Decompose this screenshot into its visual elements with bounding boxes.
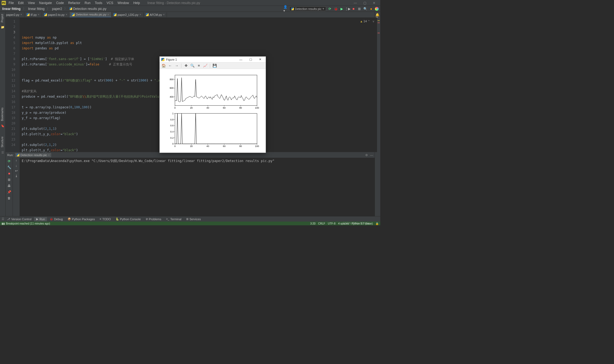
menu-code[interactable]: Code <box>54 1 65 5</box>
debug-button[interactable]: 🐞 <box>334 7 338 11</box>
menu-edit[interactable]: Edit <box>16 1 25 5</box>
menu-refactor[interactable]: Refactor <box>67 1 82 5</box>
close-icon[interactable]: × <box>140 13 141 16</box>
stop-button[interactable]: ■ <box>7 171 12 176</box>
editor-tab[interactable]: Detection results pic.py× <box>70 12 111 17</box>
back-icon[interactable]: ← <box>167 63 173 68</box>
bookmarks-tab[interactable]: Bookmarks <box>0 105 5 123</box>
trash-button[interactable]: 🗑 <box>7 196 12 201</box>
menu-tools[interactable]: Tools <box>93 1 104 5</box>
titlebar: PC File Edit View Navigate Code Refactor… <box>0 0 380 6</box>
pin-button[interactable]: 📌 <box>7 190 12 194</box>
breadcrumb-file[interactable]: Detection results pic.py <box>69 7 107 11</box>
bottom-tool-tabs: ☰ ⎇Version Control▶Run🐞Debug📦Python Pack… <box>0 216 380 222</box>
svg-text:100: 100 <box>255 106 259 109</box>
bookmark-icon[interactable]: 🔖 <box>1 124 5 128</box>
matplotlib-figure-window[interactable]: Figure 1 — ▢ ✕ 🏠 ← → ✥ 🔍 ≡ 📈 💾 400600800… <box>159 56 266 153</box>
bottom-tab[interactable]: ⊘Problems <box>144 217 163 221</box>
run-button[interactable]: ⟳ <box>328 7 332 11</box>
close-icon[interactable]: × <box>38 13 39 16</box>
close-button[interactable]: ✕ <box>256 58 264 61</box>
close-icon[interactable]: × <box>66 13 67 16</box>
bottom-tab[interactable]: 📦Python Packages <box>65 217 97 221</box>
notifications-bell-icon[interactable]: 🔔 <box>375 13 379 17</box>
encoding[interactable]: UTF-8 <box>328 222 335 225</box>
breadcrumb[interactable]: linear fitting <box>28 7 45 11</box>
tool-windows-icon[interactable]: ☰ <box>2 217 4 221</box>
up-icon[interactable]: ↑ <box>16 159 17 163</box>
run-config-selector[interactable]: Detection results pic ▾ <box>289 6 326 11</box>
menu-navigate[interactable]: Navigate <box>38 1 53 5</box>
bottom-tab[interactable]: ⎇Version Control <box>5 217 34 221</box>
save-icon[interactable]: 💾 <box>212 63 218 68</box>
pan-icon[interactable]: ✥ <box>183 63 189 68</box>
avatar-icon[interactable] <box>375 7 379 11</box>
soft-wrap-icon[interactable]: ↩ <box>15 169 18 173</box>
watermark: CSDN @Vip Miracle <box>343 222 370 225</box>
editor-tab[interactable]: paper2-to.py× <box>42 12 70 17</box>
editor-scrollbar[interactable] <box>377 18 380 152</box>
bottom-tab[interactable]: ⊞Services <box>184 217 203 221</box>
minimize-button[interactable]: — <box>352 1 359 5</box>
print-button[interactable]: 🖶 <box>7 183 12 188</box>
svg-text:100: 100 <box>255 145 259 148</box>
search-icon[interactable]: 🔍 <box>363 7 367 11</box>
vcs-update-icon[interactable]: ⊞ <box>357 7 361 11</box>
menu-file[interactable]: File <box>7 1 15 5</box>
close-icon[interactable]: × <box>48 154 50 157</box>
figure-canvas[interactable]: 40060080002040608010000.20.40.60.8102040… <box>160 69 266 153</box>
rerun-button[interactable]: ⟳ <box>7 159 12 164</box>
run-panel-tab[interactable]: Detection results pic × <box>15 153 51 157</box>
bottom-tab[interactable]: >_Terminal <box>164 217 184 221</box>
gear-icon[interactable]: ⚙ <box>365 153 368 157</box>
breadcrumb[interactable]: paper2 <box>52 7 63 11</box>
down-icon[interactable]: ↓ <box>16 164 17 168</box>
home-icon[interactable]: 🏠 <box>161 63 167 68</box>
minimize-button[interactable]: — <box>237 58 245 61</box>
axes-icon[interactable]: 📈 <box>202 63 208 68</box>
bottom-tab[interactable]: ≡TODO <box>97 217 113 221</box>
maximize-button[interactable]: ▢ <box>362 1 368 5</box>
menu-vcs[interactable]: VCS <box>105 1 115 5</box>
svg-text:1: 1 <box>172 112 174 115</box>
menu-help[interactable]: Help <box>132 1 142 5</box>
close-icon[interactable]: × <box>20 13 22 16</box>
close-button[interactable]: ✕ <box>371 1 377 5</box>
menu-run[interactable]: Run <box>83 1 92 5</box>
more-run-button[interactable]: ⋮▶ <box>345 7 350 11</box>
layout-button[interactable]: ⊞ <box>7 177 12 182</box>
menu-view[interactable]: View <box>26 1 36 5</box>
user-icon[interactable]: 👤 ▾ <box>283 7 288 11</box>
editor-tab[interactable]: IF.py× <box>24 12 42 17</box>
figure-titlebar[interactable]: Figure 1 — ▢ ✕ <box>160 57 266 62</box>
svg-rect-0 <box>175 75 257 105</box>
structure-tab[interactable]: Structure <box>0 134 5 150</box>
close-icon[interactable]: × <box>107 13 109 16</box>
cursor-position[interactable]: 3:20 <box>310 222 315 225</box>
forward-icon[interactable]: → <box>174 63 180 68</box>
bottom-tab[interactable]: ▶Run <box>34 217 47 221</box>
bottom-tab[interactable]: 🐍Python Console <box>114 217 143 221</box>
project-tab[interactable]: Project <box>0 12 5 24</box>
editor-tab[interactable]: paper2_LDG.py× <box>111 12 144 17</box>
edit-config-button[interactable]: 🔧 <box>7 165 12 170</box>
notifications-icon[interactable]: ● <box>369 7 373 11</box>
menu-window[interactable]: Window <box>116 1 131 5</box>
breadcrumb[interactable]: linear fitting <box>2 7 21 11</box>
bottom-tab[interactable]: 🐞Debug <box>47 217 65 221</box>
warnings-indicator[interactable]: ▲ 14 ^ v <box>360 19 375 24</box>
hide-icon[interactable]: — <box>370 153 373 157</box>
close-icon[interactable]: × <box>163 13 165 16</box>
run-with-coverage-button[interactable]: ▶ <box>339 7 344 11</box>
structure-icon[interactable]: ☰ <box>1 151 5 155</box>
maximize-button[interactable]: ▢ <box>247 58 255 61</box>
zoom-icon[interactable]: 🔍 <box>189 63 195 68</box>
line-separator[interactable]: CRLF <box>318 222 325 225</box>
console-output[interactable]: E:\ProgramData\Anaconda3\python.exe "C:/… <box>20 158 375 216</box>
stop-button[interactable]: ■ <box>351 7 356 11</box>
folder-icon[interactable]: 📁 <box>1 25 5 29</box>
lock-icon[interactable]: 🔒 <box>375 222 379 225</box>
editor-tab[interactable]: AFCM.py× <box>144 12 167 17</box>
configure-icon[interactable]: ≡ <box>196 63 202 68</box>
scroll-to-end-icon[interactable]: ⤓ <box>15 174 18 178</box>
